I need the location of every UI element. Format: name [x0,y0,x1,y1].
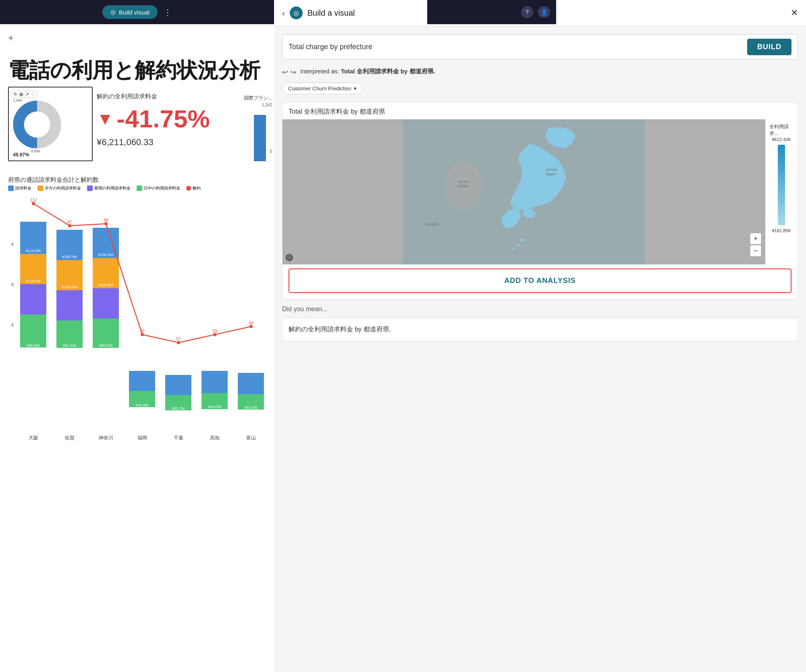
dashboard-title: 電話の利用と解約状況分析 [8,56,260,85]
svg-point-73 [520,239,525,242]
refresh-icon[interactable]: ↻ [14,92,17,96]
svg-rect-5 [20,314,46,347]
build-visual-button[interactable]: ◎ Build visual [102,5,158,19]
svg-text:112: 112 [30,198,37,202]
svg-rect-14 [56,290,83,320]
intl-val2: 0 [270,149,272,154]
question-icon: ? [526,9,529,15]
build-button[interactable]: BUILD [747,39,791,55]
svg-rect-34 [165,375,191,395]
svg-text:¥89.63K: ¥89.63K [99,343,113,347]
build-visual-icon: ◎ [110,8,116,16]
svg-rect-1 [254,115,266,161]
legend-min-label: ¥161.85K [772,228,791,233]
suggestion-item[interactable]: 解約の全利用請求料金 by 都道府県. [282,318,798,341]
map-zoom-controls: + − [750,233,761,256]
svg-text:87: 87 [67,220,72,225]
map-info-icon[interactable]: ⓘ [286,254,293,261]
q-icon[interactable]: ? [521,6,533,18]
legend-item-0: 請求料金 [8,185,31,191]
legend-item-2: 夜間の利用請求料金 [87,185,131,191]
svg-text:¥117.94K: ¥117.94K [25,216,42,221]
legend-color-bar [778,145,785,225]
undo-button[interactable]: ↩ [282,68,288,77]
svg-rect-30 [129,371,155,391]
widget-toolbar: ↻ ▤ ↗ ⋮ [11,91,38,98]
legend-color-1 [37,185,43,191]
zoom-in-button[interactable]: + [750,233,761,244]
svg-point-46 [68,224,71,227]
expand-icon[interactable]: ↗ [25,92,29,96]
svg-text:¥55.25K: ¥55.25K [171,406,185,410]
bar-chart-svg: K K K ¥117.94K ¥119.05K ¥118.04K ¥98.65K… [0,198,274,504]
top-bar: ◎ Build visual ⋮ [0,0,274,24]
svg-text:¥106.34K: ¥106.34K [98,253,114,257]
interpreted-text: Interpreted as: Total 全利用請求料金 by 都道府県. [300,68,435,75]
pie-percentage: 49.97% [13,152,29,158]
legend-item-1: 夕方の利用請求料金 [37,185,81,191]
panel-content: BUILD ↩ ↪ Interpreted as: Total 全利用請求料金 … [274,26,806,672]
user-icon[interactable]: 👤 [538,6,550,18]
search-input[interactable] [289,43,747,51]
svg-text:¥119.05K: ¥119.05K [25,249,42,253]
back-button[interactable]: ‹ [282,8,285,18]
svg-text:¥63.87K: ¥63.87K [244,368,258,372]
japan-map-svg: JAPAN Tokyo • SOUTH KOREA Shanghai [283,119,765,264]
redo-button[interactable]: ↪ [290,68,296,77]
chart-icon[interactable]: ▤ [19,92,23,96]
map-title: Total 全利用請求料金 by 都道府県 [283,103,798,119]
legend-item-3: 日中の利用請求料金 [137,185,180,191]
section-title: 府県の通話請求料金合計と解約数 [8,176,99,184]
svg-rect-6 [20,284,46,314]
kpi-change-value: -41.75% [117,104,210,133]
svg-text:K: K [11,283,14,287]
more-options-button[interactable]: ⋮ [164,7,172,17]
build-visual-label: Build visual [119,9,150,16]
zoom-out-button[interactable]: − [750,245,761,256]
pie-top-value: 2,498 [13,98,22,102]
intl-plan-label: 国際プラン... [244,95,272,102]
svg-text:Tokyo •: Tokyo • [545,172,557,176]
logo-icon: ◎ [293,9,299,17]
pie-chart [11,98,63,151]
intl-bar-chart [252,103,268,161]
svg-text:富山: 富山 [246,435,256,441]
svg-text:K: K [11,242,14,247]
svg-text:¥108.69K: ¥108.69K [62,285,78,289]
undo-redo-group: ↩ ↪ [282,68,296,77]
dataset-selector[interactable]: Customer Churn Prediction ▾ [282,83,363,94]
svg-rect-38 [202,371,228,393]
svg-point-50 [213,333,216,336]
legend-item-4: 解約 [186,185,201,191]
svg-text:¥98.65K: ¥98.65K [26,343,40,347]
top-right-bar: ? 👤 [427,0,556,24]
add-to-analysis-button[interactable]: ADD TO ANALYSIS [289,268,791,293]
legend-label-2: 夜間の利用請求料金 [94,185,131,191]
legend-label-3: 日中の利用請求料金 [144,185,180,191]
svg-text:神奈川: 神奈川 [99,435,113,441]
dataset-arrow-icon: ▾ [354,85,357,92]
legend-color-0 [8,185,14,191]
svg-text:59: 59 [140,329,145,333]
svg-text:¥106.88K: ¥106.88K [98,283,114,287]
interpreted-row: ↩ ↪ Interpreted as: Total 全利用請求料金 by 都道府… [282,68,798,77]
pie-bottom-value: 4,999 [31,148,40,153]
svg-text:SOUTH: SOUTH [458,180,469,184]
widget-content: ↻ ▤ ↗ ⋮ 2,498 4,999 49.97% [11,89,90,158]
svg-text:59: 59 [212,329,217,333]
svg-text:¥109.79K: ¥109.79K [62,255,78,259]
svg-point-0 [24,112,50,138]
svg-text:88: 88 [104,218,108,223]
svg-text:福岡: 福岡 [137,435,147,441]
close-button[interactable]: ✕ [791,8,798,18]
svg-text:¥52.58K: ¥52.58K [244,406,258,410]
svg-text:高知: 高知 [210,435,220,441]
svg-text:¥65.82K: ¥65.82K [208,366,222,370]
widget-menu-icon[interactable]: ⋮ [31,92,35,96]
svg-point-74 [516,243,520,246]
legend-label-4: 解約 [193,185,201,191]
did-you-mean-title: Did you mean... [282,306,798,313]
search-box: BUILD [282,34,798,60]
add-widget-button[interactable]: + [8,32,14,44]
chart-legend: 請求料金 夕方の利用請求料金 夜間の利用請求料金 日中の利用請求料金 解約 [8,185,201,191]
